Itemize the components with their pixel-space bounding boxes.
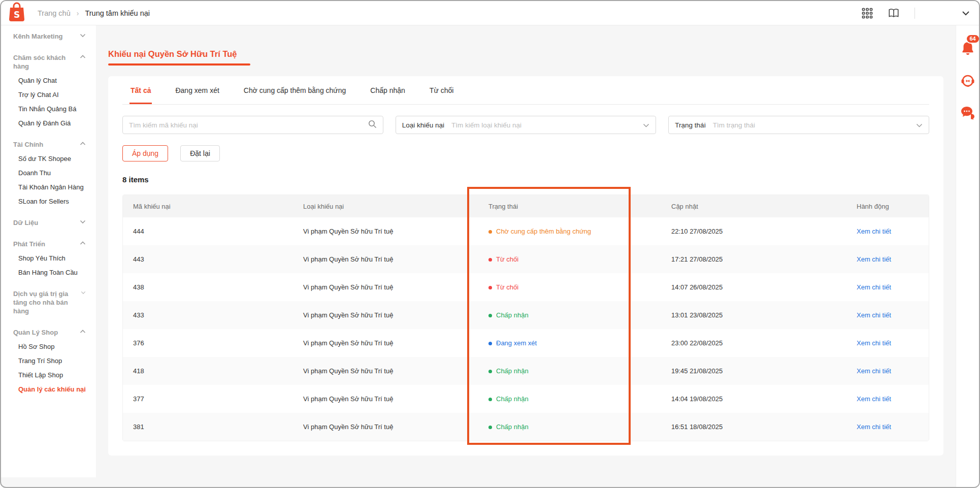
complaint-type-label: Loại khiếu nại [402,121,444,129]
app-window: S Trang chủ › Trung tâm khiếu nại [0,0,980,488]
cell-complaint-type: Vi phạm Quyền Sở hữu Trí tuệ [293,395,478,403]
sidebar-item-chat-management[interactable]: Quản lý Chat [1,77,96,85]
sidebar-header-customer-care[interactable]: Chăm sóc khách hàng [1,53,96,71]
sidebar-item-shopee-balance[interactable]: Số dư TK Shopee [1,155,96,163]
complaints-card: Tất cả Đang xem xét Chờ cung cấp thêm bằ… [108,76,943,456]
status-text: Chấp nhận [496,367,529,375]
status-select[interactable]: Trạng thái Tìm trạng thái [668,116,929,134]
cell-complaint-type: Vi phạm Quyền Sở hữu Trí tuệ [293,367,478,375]
filter-row: Tìm kiếm mã khiếu nại Loại khiếu nại Tìm… [122,116,929,134]
sidebar-item-shop-settings[interactable]: Thiết Lập Shop [1,371,96,379]
search-icon[interactable] [368,120,377,130]
table-row: 376 Vi phạm Quyền Sở hữu Trí tuệ Đang xe… [123,329,929,357]
sidebar-section-shop-management: Quản Lý Shop Hồ Sơ Shop Trang Trí Shop T… [1,328,96,394]
status-dot-icon [488,342,492,345]
view-detail-link[interactable]: Xem chi tiết [857,283,891,291]
items-count: 8 items [122,175,929,184]
reset-button[interactable]: Đặt lại [180,145,220,161]
sidebar-item-revenue[interactable]: Doanh Thu [1,169,96,177]
shopee-logo[interactable]: S [8,2,25,24]
cell-complaint-id: 444 [123,227,293,235]
sidebar-item-complaint-management[interactable]: Quản lý các khiếu nại [1,385,96,394]
chevron-down-icon [80,34,86,38]
apply-button[interactable]: Áp dụng [122,145,168,161]
complaint-type-select[interactable]: Loại khiếu nại Tìm kiếm loại khiếu nại [396,116,657,134]
header-complaint-id: Mã khiếu nại [123,203,293,210]
header-updated: Cập nhật [661,203,846,210]
sidebar-header-shop-management[interactable]: Quản Lý Shop [1,328,96,337]
cell-updated: 13:01 23/08/2025 [661,311,846,319]
sidebar-header-marketing[interactable]: Kênh Marketing [1,32,96,41]
view-detail-link[interactable]: Xem chi tiết [857,255,891,263]
view-detail-link[interactable]: Xem chi tiết [857,395,891,403]
view-detail-link[interactable]: Xem chi tiết [857,311,891,319]
cell-complaint-id: 418 [123,367,293,375]
cell-status: Từ chối [478,255,661,263]
view-detail-link[interactable]: Xem chi tiết [857,367,891,375]
notification-badge: 64 [966,34,980,44]
sidebar-header-data[interactable]: Dữ Liệu [1,218,96,227]
cell-updated: 14:04 19/08/2025 [661,395,846,403]
sidebar-item-bank-account[interactable]: Tài Khoản Ngân Hàng [1,183,96,191]
tab-reviewing[interactable]: Đang xem xét [174,76,220,104]
search-input[interactable]: Tìm kiếm mã khiếu nại [122,116,383,134]
page-body: Kênh Marketing Chăm sóc khách hàng Quản … [1,25,979,487]
sidebar-header-value-added-services[interactable]: Dịch vụ giá trị gia tăng cho nhà bán hàn… [1,289,96,315]
status-dot-icon [488,286,492,289]
sidebar-item-broadcast-messages[interactable]: Tin Nhắn Quảng Bá [1,105,96,113]
status-dot-icon [488,230,492,234]
tab-pending-evidence[interactable]: Chờ cung cấp thêm bằng chứng [243,76,347,104]
topbar-divider [914,8,915,19]
chevron-down-icon [643,121,649,129]
sidebar-section-development: Phát Triển Shop Yêu Thích Bán Hàng Toàn … [1,240,96,277]
tab-all[interactable]: Tất cả [129,76,152,104]
support-button[interactable] [960,73,975,90]
tab-rejected[interactable]: Từ chối [429,76,455,104]
status-label: Trạng thái [675,121,705,129]
floating-rail: 64 [956,25,979,487]
header-status: Trạng thái [478,203,661,210]
sidebar-item-sloan[interactable]: SLoan for Sellers [1,198,96,206]
cell-status: Chấp nhận [478,311,661,319]
cell-status: Chấp nhận [478,423,661,431]
status-text: Chấp nhận [496,395,529,403]
table-row: 444 Vi phạm Quyền Sở hữu Trí tuệ Chờ cun… [123,217,929,245]
sidebar-item-favorite-shop[interactable]: Shop Yêu Thích [1,254,96,263]
book-icon[interactable] [888,8,899,19]
sidebar-header-finance[interactable]: Tài Chính [1,140,96,149]
sidebar-item-chat-ai[interactable]: Trợ lý Chat AI [1,91,96,99]
cell-complaint-type: Vi phạm Quyền Sở hữu Trí tuệ [293,339,478,347]
view-detail-link[interactable]: Xem chi tiết [857,339,891,347]
status-dot-icon [488,258,492,262]
cell-complaint-id: 433 [123,311,293,319]
chevron-down-icon [916,121,923,129]
table-row: 377 Vi phạm Quyền Sở hữu Trí tuệ Chấp nh… [123,385,929,413]
page-title: Khiếu nại Quyền Sở Hữu Trí Tuệ [108,49,943,59]
view-detail-link[interactable]: Xem chi tiết [857,423,891,431]
sidebar-section-marketing: Kênh Marketing [1,32,96,41]
status-text: Chấp nhận [496,311,529,319]
table-row: 433 Vi phạm Quyền Sở hữu Trí tuệ Chấp nh… [123,301,929,329]
sidebar-item-shop-decoration[interactable]: Trang Trí Shop [1,357,96,365]
status-text: Chờ cung cấp thêm bằng chứng [496,227,591,235]
status-placeholder: Tìm trạng thái [713,121,916,129]
chat-button[interactable] [960,106,975,122]
tab-accepted[interactable]: Chấp nhận [369,76,406,104]
view-detail-link[interactable]: Xem chi tiết [857,227,891,235]
cell-updated: 17:21 27/08/2025 [661,255,846,263]
status-text: Đang xem xét [496,339,537,347]
sidebar-header-development[interactable]: Phát Triển [1,240,96,248]
breadcrumb-current: Trung tâm khiếu nại [85,9,150,17]
sidebar-item-global-selling[interactable]: Bán Hàng Toàn Cầu [1,269,96,277]
cell-status: Đang xem xét [478,339,661,347]
chat-bubbles-icon [960,106,975,120]
support-headset-icon [960,73,975,88]
status-text: Từ chối [496,283,518,291]
cell-complaint-id: 376 [123,339,293,347]
notifications-button[interactable]: 64 [961,41,975,58]
apps-grid-icon[interactable] [862,8,873,19]
account-chevron-down-icon[interactable] [962,11,970,16]
breadcrumb-home[interactable]: Trang chủ [38,9,71,17]
sidebar-item-review-management[interactable]: Quản lý Đánh Giá [1,119,96,127]
sidebar-item-shop-profile[interactable]: Hồ Sơ Shop [1,343,96,351]
